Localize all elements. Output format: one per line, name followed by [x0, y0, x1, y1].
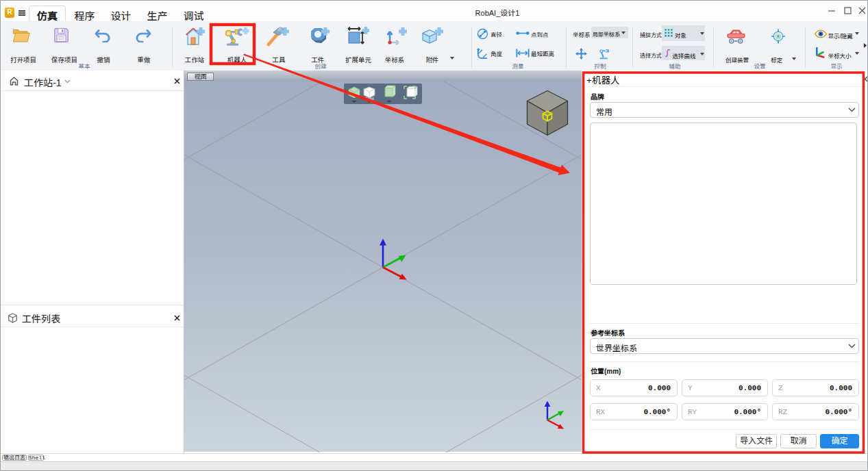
svg-text:Solid: Solid [364, 97, 373, 101]
